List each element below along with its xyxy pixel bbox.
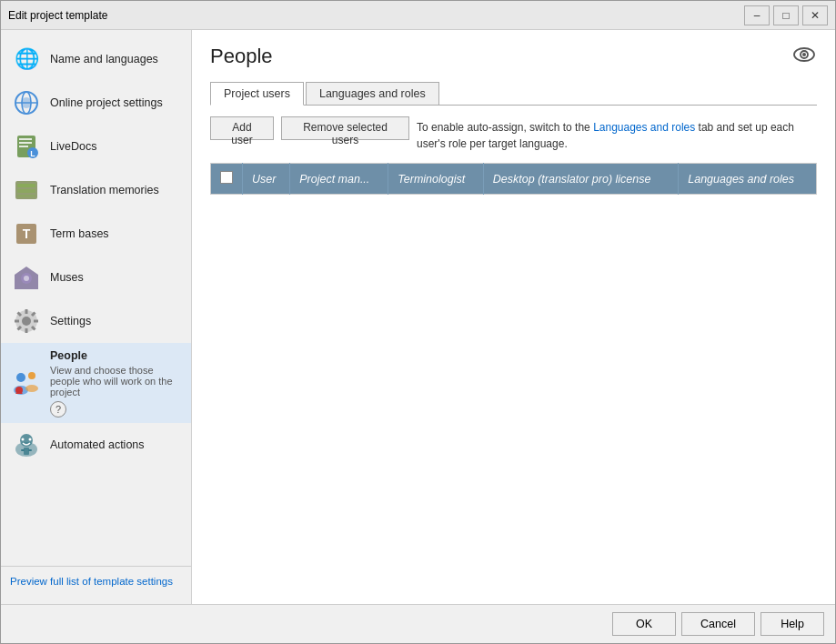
col-languages-roles: Languages and roles <box>679 164 817 195</box>
dialog-bottom-bar: OK Cancel Help <box>1 604 835 643</box>
maximize-button[interactable]: □ <box>773 5 799 25</box>
svg-point-29 <box>16 373 25 382</box>
svg-rect-39 <box>21 449 25 451</box>
window-controls: – □ ✕ <box>744 5 828 25</box>
table-header-row: User Project man... Terminologist Deskto… <box>211 164 817 195</box>
sidebar-item-label: Muses <box>50 270 84 285</box>
col-desktop-license: Desktop (translator pro) license <box>483 164 678 195</box>
help-icon[interactable]: ? <box>50 401 66 418</box>
titlebar: Edit project template – □ ✕ <box>1 1 835 30</box>
term-bases-icon: T <box>10 217 43 250</box>
close-button[interactable]: ✕ <box>802 5 828 25</box>
sidebar-item-label: Settings <box>50 314 91 328</box>
ok-button[interactable]: OK <box>612 612 676 636</box>
tab-languages-and-roles[interactable]: Languages and roles <box>306 82 439 105</box>
sidebar-item-muses[interactable]: Muses <box>1 256 191 299</box>
sidebar-item-label: Online project settings <box>50 96 163 110</box>
content-area: People Project users Languages and roles… <box>192 30 835 604</box>
content-header: People <box>210 45 817 69</box>
languages-roles-tab-link[interactable]: Languages and roles <box>593 121 695 134</box>
sidebar-footer: Preview full list of template settings <box>1 566 191 597</box>
sidebar-item-translation-memories[interactable]: Translation memories <box>1 168 191 212</box>
name-lang-icon: 🌐 <box>10 43 43 75</box>
automated-actions-icon <box>10 428 43 461</box>
sidebar-item-label: Term bases <box>50 226 109 241</box>
sidebar-item-automated-actions[interactable]: Automated actions <box>1 423 191 467</box>
sidebar-item-people[interactable]: People View and choose those people who … <box>1 343 191 423</box>
main-content: 🌐 Name and languages Online project sett… <box>1 30 835 604</box>
sidebar-item-label: Name and languages <box>50 52 158 66</box>
toolbar: Add user Remove selected users To enable… <box>210 116 817 152</box>
sidebar-item-livedocs[interactable]: L LiveDocs <box>1 125 191 168</box>
svg-text:T: T <box>23 226 31 241</box>
select-all-checkbox[interactable] <box>220 171 233 184</box>
page-title: People <box>210 45 273 68</box>
cancel-button[interactable]: Cancel <box>681 612 755 636</box>
svg-point-30 <box>28 372 35 379</box>
sidebar-item-name-and-languages[interactable]: 🌐 Name and languages <box>1 37 191 81</box>
sidebar-item-label: Translation memories <box>50 183 159 197</box>
svg-point-18 <box>24 276 29 281</box>
svg-point-32 <box>25 385 38 392</box>
minimize-button[interactable]: – <box>744 5 770 25</box>
preview-settings-link[interactable]: Preview full list of template settings <box>10 576 173 587</box>
svg-rect-40 <box>28 449 32 451</box>
svg-rect-13 <box>17 195 35 197</box>
select-all-header <box>211 164 243 195</box>
online-settings-icon <box>10 86 43 119</box>
svg-rect-38 <box>24 448 29 455</box>
muses-icon <box>10 261 43 294</box>
col-terminologist: Terminologist <box>388 164 484 195</box>
people-label-group: People View and choose those people who … <box>50 348 182 418</box>
info-text: To enable auto-assign, switch to the Lan… <box>417 116 817 152</box>
svg-text:L: L <box>30 149 35 158</box>
help-button[interactable]: Help <box>760 612 824 636</box>
svg-rect-7 <box>19 146 28 147</box>
sidebar-item-online-project-settings[interactable]: Online project settings <box>1 81 191 125</box>
col-user: User <box>243 164 290 195</box>
edit-project-template-window: Edit project template – □ ✕ 🌐 Name and l… <box>0 0 836 644</box>
window-title: Edit project template <box>8 9 744 22</box>
svg-point-43 <box>802 53 806 56</box>
svg-point-20 <box>22 317 31 326</box>
svg-rect-6 <box>19 142 32 144</box>
sidebar: 🌐 Name and languages Online project sett… <box>1 30 192 604</box>
sidebar-item-label: LiveDocs <box>50 139 96 154</box>
translation-memories-icon <box>10 174 43 206</box>
sidebar-item-term-bases[interactable]: T Term bases <box>1 212 191 256</box>
sidebar-item-label: Automated actions <box>50 438 145 452</box>
remove-selected-users-button[interactable]: Remove selected users <box>281 116 409 140</box>
users-table: User Project man... Terminologist Deskto… <box>210 163 817 195</box>
preview-eye-button[interactable] <box>791 45 817 69</box>
sidebar-item-sublabel: View and choose those people who will wo… <box>50 365 182 397</box>
col-project-manager: Project man... <box>290 164 388 195</box>
livedocs-icon: L <box>10 130 43 163</box>
sidebar-item-label: People <box>50 348 182 363</box>
tab-project-users[interactable]: Project users <box>210 82 304 106</box>
users-table-container: User Project man... Terminologist Deskto… <box>210 163 817 589</box>
svg-point-36 <box>22 438 25 441</box>
people-icon <box>10 367 43 399</box>
settings-icon <box>10 305 43 337</box>
add-user-button[interactable]: Add user <box>210 116 274 140</box>
svg-rect-12 <box>17 189 35 193</box>
svg-point-37 <box>29 438 32 441</box>
tabs-bar: Project users Languages and roles <box>210 82 817 106</box>
svg-rect-11 <box>17 184 35 187</box>
sidebar-item-settings[interactable]: Settings <box>1 299 191 343</box>
svg-rect-5 <box>19 138 32 140</box>
